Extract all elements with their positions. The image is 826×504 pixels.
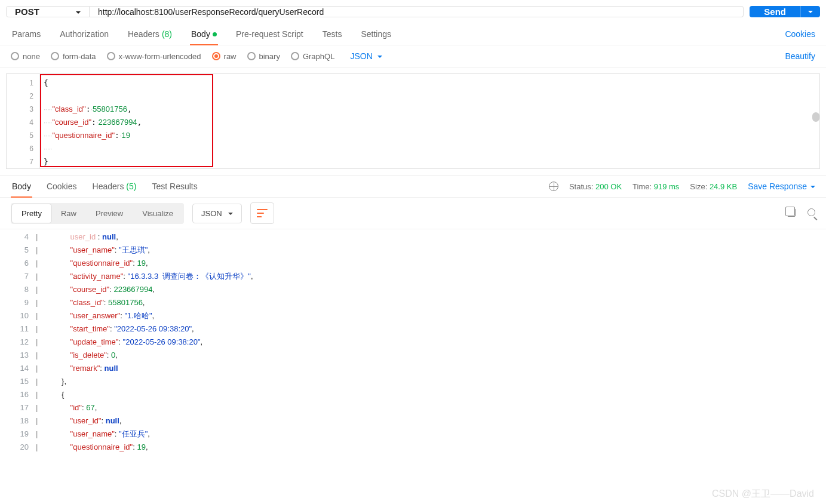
body-type-none[interactable]: none — [11, 52, 40, 61]
copy-button[interactable] — [787, 208, 796, 219]
resp-tab-cookies[interactable]: Cookies — [45, 176, 78, 197]
body-type-form-data[interactable]: form-data — [51, 52, 96, 61]
tab-params[interactable]: Params — [11, 23, 42, 45]
tab-headers-count: (8) — [162, 29, 172, 39]
body-type-binary[interactable]: binary — [247, 52, 280, 61]
radio-icon — [51, 52, 59, 60]
response-toolbar-right — [787, 208, 815, 219]
body-type-raw[interactable]: raw — [212, 52, 237, 61]
resp-headers-count: (5) — [126, 182, 136, 191]
tab-prerequest[interactable]: Pre-request Script — [235, 23, 305, 45]
request-tabs-row: Params Authorization Headers (8) Body Pr… — [0, 23, 826, 45]
editor-content[interactable]: { ····"class_id":·55801756, ····"course_… — [40, 74, 819, 168]
response-gutter: 456789101112131415161718192021 — [0, 229, 36, 456]
resp-tab-body[interactable]: Body — [11, 176, 32, 197]
size-value: 24.9 KB — [710, 182, 737, 191]
method-value: POST — [15, 7, 39, 17]
tab-body-label: Body — [191, 29, 210, 39]
wrap-lines-button[interactable] — [250, 202, 274, 224]
editor-gutter: 1234567 — [7, 74, 40, 168]
view-pretty[interactable]: Pretty — [12, 204, 51, 223]
time-value: 919 ms — [654, 182, 680, 191]
response-body[interactable]: 456789101112131415161718192021 | user_id… — [0, 229, 826, 456]
tab-authorization[interactable]: Authorization — [59, 23, 110, 45]
chevron-down-icon — [808, 7, 813, 16]
size-block: Size: 24.9 KB — [690, 182, 737, 191]
response-tabs: Body Cookies Headers (5) Test Results — [11, 176, 199, 197]
search-icon — [807, 208, 815, 216]
raw-language-value: JSON — [350, 51, 372, 61]
chevron-down-icon — [377, 51, 382, 61]
tab-tests[interactable]: Tests — [321, 23, 343, 45]
cookies-link[interactable]: Cookies — [785, 29, 815, 39]
tab-settings[interactable]: Settings — [360, 23, 392, 45]
beautify-link[interactable]: Beautify — [785, 51, 815, 61]
radio-icon — [212, 52, 220, 60]
response-language-select[interactable]: JSON — [192, 204, 242, 223]
body-type-row: none form-data x-www-form-urlencoded raw… — [0, 45, 826, 67]
radio-icon — [107, 52, 115, 60]
send-button-group: Send — [750, 6, 820, 17]
response-top-bar: Body Cookies Headers (5) Test Results St… — [0, 175, 826, 198]
send-dropdown-button[interactable] — [800, 6, 820, 17]
view-visualize[interactable]: Visualize — [133, 204, 183, 223]
search-button[interactable] — [807, 208, 815, 218]
request-bar: POST http://localhost:8100/userResponseR… — [0, 0, 826, 23]
copy-icon — [787, 208, 796, 217]
scrollbar-thumb[interactable] — [812, 112, 819, 122]
response-view-pills: Pretty Raw Preview Visualize — [11, 203, 184, 224]
body-type-radios: none form-data x-www-form-urlencoded raw… — [11, 51, 382, 61]
response-toolbar: Pretty Raw Preview Visualize JSON — [0, 198, 826, 229]
time-block: Time: 919 ms — [632, 182, 679, 191]
method-dropdown[interactable]: POST — [6, 6, 90, 17]
request-body-editor[interactable]: 1234567 { ····"class_id":·55801756, ····… — [6, 73, 820, 169]
save-response-button[interactable]: Save Response — [748, 182, 815, 191]
url-input[interactable]: http://localhost:8100/userResponseRecord… — [90, 6, 744, 17]
url-value: http://localhost:8100/userResponseRecord… — [98, 7, 324, 17]
wrap-icon — [257, 209, 268, 217]
chevron-down-icon — [76, 7, 81, 17]
body-type-xwww[interactable]: x-www-form-urlencoded — [107, 52, 201, 61]
globe-icon[interactable] — [549, 182, 558, 191]
resp-tab-tests[interactable]: Test Results — [151, 176, 198, 197]
tab-headers[interactable]: Headers (8) — [127, 23, 173, 45]
radio-icon — [291, 52, 299, 60]
status-block: Status: 200 OK — [569, 182, 622, 191]
radio-icon — [247, 52, 256, 60]
tab-headers-label: Headers — [128, 29, 159, 39]
status-value: 200 OK — [595, 182, 622, 191]
resp-tab-headers[interactable]: Headers (5) — [91, 176, 138, 197]
view-preview[interactable]: Preview — [86, 204, 133, 223]
response-meta: Status: 200 OK Time: 919 ms Size: 24.9 K… — [549, 182, 815, 191]
body-type-graphql[interactable]: GraphQL — [291, 52, 334, 61]
view-raw[interactable]: Raw — [51, 204, 86, 223]
body-modified-dot-icon — [213, 32, 217, 36]
send-button[interactable]: Send — [750, 6, 800, 17]
request-tabs: Params Authorization Headers (8) Body Pr… — [11, 23, 392, 45]
raw-language-select[interactable]: JSON — [350, 51, 382, 61]
response-content[interactable]: | user_id : null, | "user_name": "王思琪", … — [36, 229, 826, 456]
chevron-down-icon — [810, 182, 815, 191]
chevron-down-icon — [228, 209, 233, 218]
tab-body[interactable]: Body — [190, 23, 218, 45]
radio-icon — [11, 52, 19, 60]
